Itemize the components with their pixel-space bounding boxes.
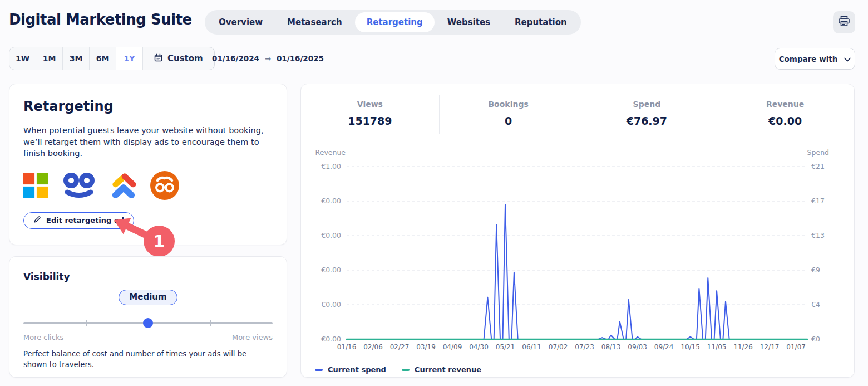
svg-text:€0.00: €0.00: [321, 266, 341, 274]
svg-text:€0.00: €0.00: [321, 231, 341, 240]
pencil-icon: [33, 216, 41, 225]
edit-retargeting-ad-label: Edit retargeting ad: [46, 216, 124, 224]
legend-current-spend-label: Current spend: [328, 365, 386, 374]
slider-left-label: More clicks: [23, 333, 63, 341]
range-3m[interactable]: 3M: [63, 47, 90, 70]
svg-text:02/27: 02/27: [390, 343, 410, 351]
svg-text:02/06: 02/06: [363, 343, 383, 351]
stat-spend-label: Spend: [578, 100, 716, 109]
range-1m[interactable]: 1M: [36, 47, 63, 70]
stat-spend-value: €76.97: [578, 115, 716, 127]
svg-text:11/05: 11/05: [707, 343, 727, 351]
arrow-right-icon: →: [265, 55, 271, 63]
performance-chart-card: Views 151789 Bookings 0 Spend €76.97 Rev…: [300, 84, 855, 378]
edit-retargeting-ad-button[interactable]: Edit retargeting ad: [23, 212, 134, 229]
chart-legend: Current spend Current revenue: [315, 365, 481, 374]
tab-websites[interactable]: Websites: [436, 12, 502, 32]
main-tabs: Overview Metasearch Retargeting Websites…: [205, 10, 581, 35]
outbrain-icon: [150, 170, 180, 203]
stat-revenue-label: Revenue: [716, 100, 854, 109]
tab-metasearch[interactable]: Metasearch: [275, 12, 354, 32]
compare-with-label: Compare with: [779, 55, 838, 63]
printer-icon: [838, 16, 850, 29]
svg-text:06/11: 06/11: [522, 343, 541, 351]
stat-revenue: Revenue €0.00: [716, 95, 854, 134]
microsoft-icon: [23, 173, 48, 200]
retargeting-card: Retargeting When potential guests leave …: [9, 84, 287, 245]
stat-bookings-value: 0: [440, 115, 578, 127]
spend-swatch-icon: [315, 369, 323, 371]
spend-revenue-chart: RevenueSpend€1.00€21€0.00€17€0.00€13€0.0…: [301, 143, 855, 354]
slider-tick: [86, 320, 87, 326]
calendar-icon: [154, 53, 162, 64]
google-ads-icon: [110, 172, 136, 201]
visibility-slider[interactable]: [23, 317, 273, 329]
range-1y[interactable]: 1Y: [116, 47, 143, 70]
svg-text:€21: €21: [811, 162, 825, 170]
svg-text:€0.00: €0.00: [321, 197, 341, 205]
svg-text:08/13: 08/13: [601, 343, 621, 351]
svg-text:Spend: Spend: [807, 148, 829, 157]
svg-text:€0.00: €0.00: [321, 300, 341, 309]
slider-handle[interactable]: [143, 318, 153, 328]
legend-current-spend: Current spend: [315, 365, 386, 374]
visibility-card: Visibility Medium More clicks More views…: [9, 256, 287, 378]
date-range-display: 01/16/2024 → 01/16/2025: [212, 54, 324, 63]
stat-views-label: Views: [301, 100, 439, 109]
slider-right-label: More views: [232, 333, 273, 341]
svg-text:€0.00: €0.00: [321, 335, 341, 343]
compare-with-dropdown[interactable]: Compare with: [775, 48, 855, 70]
svg-text:01/07: 01/07: [786, 343, 806, 351]
legend-current-revenue: Current revenue: [402, 365, 481, 374]
svg-text:€4: €4: [811, 300, 820, 309]
stat-bookings-label: Bookings: [440, 100, 578, 109]
svg-text:Revenue: Revenue: [315, 148, 346, 157]
taboola-icon: [62, 172, 96, 201]
tab-overview[interactable]: Overview: [207, 12, 274, 32]
range-6m[interactable]: 6M: [90, 47, 116, 70]
range-1w[interactable]: 1W: [9, 47, 36, 70]
stat-bookings: Bookings 0: [439, 95, 578, 134]
visibility-level-badge: Medium: [119, 290, 177, 305]
svg-text:€17: €17: [811, 197, 825, 205]
svg-text:07/23: 07/23: [575, 343, 594, 351]
range-custom-label: Custom: [167, 53, 203, 63]
stat-views: Views 151789: [301, 95, 439, 134]
visibility-title: Visibility: [23, 271, 273, 282]
date-range-selector: 1W 1M 3M 6M 1Y Custom: [9, 47, 215, 70]
date-to: 01/16/2025: [277, 54, 324, 63]
range-custom[interactable]: Custom: [143, 47, 214, 70]
svg-text:05/21: 05/21: [496, 343, 515, 351]
stat-views-value: 151789: [301, 115, 439, 127]
stat-revenue-value: €0.00: [716, 115, 854, 127]
svg-text:11/26: 11/26: [733, 343, 753, 351]
slider-tick: [210, 320, 211, 326]
svg-text:€13: €13: [811, 231, 825, 240]
svg-text:04/09: 04/09: [443, 343, 462, 351]
tab-retargeting[interactable]: Retargeting: [355, 12, 435, 32]
svg-text:€9: €9: [811, 266, 820, 274]
svg-text:07/02: 07/02: [549, 343, 568, 351]
retargeting-description: When potential guests leave your website…: [23, 125, 273, 159]
svg-text:01/16: 01/16: [337, 343, 357, 351]
revenue-swatch-icon: [402, 369, 410, 371]
page-title: Digital Marketing Suite: [9, 11, 192, 28]
tab-reputation[interactable]: Reputation: [503, 12, 579, 32]
svg-text:04/30: 04/30: [469, 343, 489, 351]
legend-current-revenue-label: Current revenue: [415, 365, 481, 374]
svg-text:€0: €0: [811, 335, 820, 343]
svg-text:€1.00: €1.00: [321, 162, 341, 170]
svg-text:12/17: 12/17: [760, 343, 780, 351]
svg-text:03/19: 03/19: [416, 343, 436, 351]
stats-row: Views 151789 Bookings 0 Spend €76.97 Rev…: [301, 84, 854, 134]
svg-text:09/24: 09/24: [654, 343, 674, 351]
svg-text:09/03: 09/03: [628, 343, 647, 351]
platform-icons-row: [23, 171, 273, 202]
retargeting-title: Retargeting: [23, 99, 273, 114]
print-button[interactable]: [833, 11, 855, 33]
svg-text:10/15: 10/15: [680, 343, 700, 351]
date-from: 01/16/2024: [212, 54, 259, 63]
chevron-down-icon: [844, 55, 851, 63]
visibility-description: Perfect balance of cost and number of ti…: [23, 349, 268, 370]
stat-spend: Spend €76.97: [578, 95, 716, 134]
